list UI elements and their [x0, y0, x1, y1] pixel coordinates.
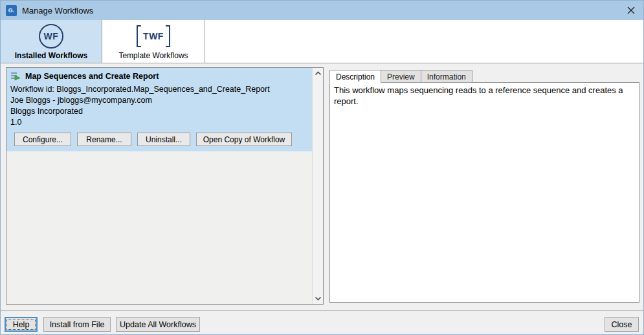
scroll-down-icon[interactable]	[313, 293, 323, 304]
workflow-name: Map Sequences and Create Report	[25, 72, 159, 81]
close-icon[interactable]	[627, 6, 636, 15]
workflow-list: Map Sequences and Create Report Workflow…	[6, 68, 312, 304]
workflow-organization-line: Bloggs Incorporated	[10, 106, 308, 117]
configure-button[interactable]: Configure...	[14, 133, 71, 146]
template-workflows-icon: TWF	[137, 24, 170, 49]
help-button[interactable]: Help	[5, 317, 38, 332]
workflow-list-item-selected[interactable]: Map Sequences and Create Report Workflow…	[6, 68, 312, 151]
tab-template-label: Template Workflows	[118, 51, 188, 60]
tab-installed-label: Installed Workflows	[15, 51, 87, 60]
workflow-author-line: Joe Bloggs - jbloggs@mycompany.com	[10, 95, 308, 106]
scroll-up-icon[interactable]	[313, 68, 323, 79]
installed-workflows-icon: WF	[39, 24, 63, 49]
close-button[interactable]: Close	[605, 317, 639, 332]
bracket-left-icon	[137, 25, 141, 47]
workflow-id-line: Workflow id: Bloggs_Incorporated.Map_Seq…	[10, 84, 308, 95]
update-all-workflows-button[interactable]: Update All Workflows	[116, 317, 200, 332]
window-title: Manage Workflows	[22, 6, 93, 16]
workflow-version-line: 1.0	[10, 117, 308, 128]
tab-preview[interactable]: Preview	[381, 70, 421, 83]
footer-divider	[1, 310, 643, 311]
uninstall-button[interactable]: Uninstall...	[137, 133, 190, 146]
bracket-right-icon	[166, 25, 170, 47]
rename-button[interactable]: Rename...	[77, 133, 131, 146]
description-text: This workflow maps sequencing reads to a…	[334, 85, 623, 106]
titlebar[interactable]: G. Manage Workflows	[1, 1, 643, 20]
workflow-list-panel: Map Sequences and Create Report Workflow…	[6, 67, 324, 305]
tab-information[interactable]: Information	[421, 70, 472, 83]
manage-workflows-dialog: G. Manage Workflows WF Installed Workflo…	[0, 0, 644, 335]
app-icon: G.	[6, 5, 17, 16]
tab-installed-workflows[interactable]: WF Installed Workflows	[1, 20, 102, 63]
workflow-list-scrollbar[interactable]	[312, 68, 323, 304]
detail-tabstrip: Description Preview Information	[329, 70, 472, 83]
tab-template-workflows[interactable]: TWF Template Workflows	[102, 20, 205, 63]
main-tabstrip: WF Installed Workflows TWF Template Work…	[1, 20, 643, 63]
install-from-file-button[interactable]: Install from File	[43, 317, 111, 332]
description-panel: This workflow maps sequencing reads to a…	[329, 82, 639, 303]
workflow-item-icon	[10, 71, 21, 81]
tab-description[interactable]: Description	[329, 70, 381, 83]
open-copy-of-workflow-button[interactable]: Open Copy of Workflow	[196, 133, 292, 146]
